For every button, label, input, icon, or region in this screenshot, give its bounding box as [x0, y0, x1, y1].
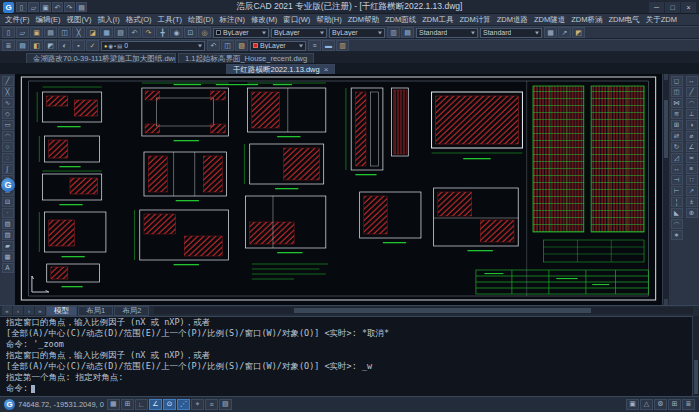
pan-button[interactable]: ╋ — [156, 27, 169, 38]
drawing-canvas[interactable] — [15, 74, 662, 305]
arc-tool[interactable]: ◠ — [2, 131, 14, 141]
menu-zdm-road[interactable]: ZDM道路 — [494, 15, 531, 25]
tab-model[interactable]: 模型 — [46, 306, 77, 316]
tolerance-tool[interactable]: ± — [686, 197, 698, 207]
polyline-tool[interactable]: ∿ — [2, 98, 14, 108]
qat-save-button[interactable]: ▣ — [40, 2, 51, 12]
active-document-tab[interactable]: 干红路横断2022.1.13.dwg × — [226, 64, 335, 74]
mirror-tool[interactable]: ⋈ — [671, 98, 683, 108]
menu-zdm-tunnel[interactable]: ZDM隧道 — [531, 15, 568, 25]
construction-line-tool[interactable]: ╳ — [2, 87, 14, 97]
scrollbar-thumb[interactable] — [664, 100, 668, 158]
make-block-tool[interactable]: ⊟ — [2, 197, 14, 207]
menu-format[interactable]: 格式(O) — [123, 15, 155, 25]
layer-match-button[interactable]: ▨ — [235, 40, 248, 51]
menu-file[interactable]: 文件(F) — [2, 15, 33, 25]
command-window[interactable]: 指定窗口的角点，输入比例因子 (nX 或 nXP)，或者[全部(A)/中心(C)… — [0, 316, 699, 396]
arc-length-dimension-tool[interactable]: ◠ — [686, 98, 698, 108]
layer-off-button[interactable]: ◐ — [58, 40, 71, 51]
close-button[interactable]: × — [681, 2, 696, 13]
move-tool[interactable]: ⇄ — [671, 131, 683, 141]
lineweight-toggle[interactable]: ≡ — [205, 399, 218, 410]
fillet-tool[interactable]: ◠ — [671, 219, 683, 229]
save-file-button[interactable]: ▣ — [30, 27, 43, 38]
tab-nav-prev[interactable]: ‹ — [13, 306, 23, 315]
layer-lock-button[interactable]: ▪ — [72, 40, 85, 51]
linetype-combo[interactable]: ByLayer — [271, 28, 327, 38]
new-file-button[interactable]: ▯ — [2, 27, 15, 38]
revision-cloud-tool[interactable]: ◌ — [2, 153, 14, 163]
command-scrollbar[interactable] — [692, 316, 699, 396]
dyn-toggle[interactable]: ⌖ — [191, 399, 204, 410]
diameter-dimension-tool[interactable]: ⌀ — [686, 131, 698, 141]
workspace-switch-button[interactable]: ⚙ — [654, 399, 667, 410]
menu-zdm-electric[interactable]: ZDM电气 — [605, 15, 642, 25]
polygon-tool[interactable]: ◇ — [2, 109, 14, 119]
erase-tool[interactable]: ◻ — [671, 76, 683, 86]
menu-zdm-tools[interactable]: ZDM工具 — [419, 15, 456, 25]
quick-dimension-tool[interactable]: ≍ — [686, 153, 698, 163]
point-tool[interactable]: · — [2, 208, 14, 218]
menu-tools[interactable]: 工具(T) — [155, 15, 186, 25]
dim-style-combo[interactable]: Standard — [480, 28, 542, 38]
table-tool[interactable]: ▦ — [2, 252, 14, 262]
redo-button[interactable]: ↷ — [142, 27, 155, 38]
break-tool[interactable]: ¦ — [671, 197, 683, 207]
layer-combo[interactable]: ●◉▪▤ 0 — [101, 41, 205, 51]
zoom-previous-button[interactable]: ◎ — [198, 27, 211, 38]
menu-draw[interactable]: 绘图(D) — [185, 15, 216, 25]
menu-zdm-help[interactable]: ZDM帮助 — [345, 15, 382, 25]
table-style-button[interactable]: ▦ — [544, 27, 557, 38]
app-logo-icon[interactable]: G — [3, 2, 14, 13]
menu-insert[interactable]: 插入(I) — [95, 15, 123, 25]
text-style-combo[interactable]: Standard — [416, 28, 478, 38]
hatch-tool[interactable]: ▨ — [2, 219, 14, 229]
maximize-button[interactable]: □ — [665, 2, 680, 13]
previous-layer-button[interactable]: ↶ — [207, 40, 220, 51]
plot-preview-button[interactable]: ◫ — [58, 27, 71, 38]
command-prompt[interactable]: 命令: — [6, 383, 687, 394]
multileader-style-button[interactable]: ↗ — [558, 27, 571, 38]
aligned-dimension-tool[interactable]: ╱ — [686, 87, 698, 97]
fullscreen-button[interactable]: ⊞ — [668, 399, 681, 410]
gstarcad-badge[interactable]: G — [1, 178, 15, 192]
canvas-vertical-scrollbar[interactable] — [662, 74, 669, 305]
menu-dimension[interactable]: 标注(N) — [217, 15, 248, 25]
layer-states-button[interactable]: ▤ — [16, 40, 29, 51]
qat-open-button[interactable]: ▱ — [28, 2, 39, 12]
scale-tool[interactable]: ◿ — [671, 153, 683, 163]
radius-dimension-tool[interactable]: ◑ — [686, 120, 698, 130]
menu-edit[interactable]: 编辑(E) — [33, 15, 64, 25]
plot-button[interactable]: ▤ — [44, 27, 57, 38]
command-scrollbar-thumb[interactable] — [694, 360, 698, 394]
trim-tool[interactable]: ⊣ — [671, 175, 683, 185]
circle-tool[interactable]: ○ — [2, 142, 14, 152]
lineweight-settings-button[interactable]: ▬ — [322, 40, 335, 51]
lineweight-combo[interactable]: ByLayer — [329, 28, 385, 38]
zoom-realtime-button[interactable]: ◉ — [170, 27, 183, 38]
transparency-toggle[interactable]: ▨ — [219, 399, 232, 410]
qat-redo-button[interactable]: ↷ — [64, 2, 75, 12]
color-combo[interactable]: ByLayer — [213, 28, 269, 38]
doc-tab-1[interactable]: 金湖路改70.0-39-111桥梁施工加大图纸.dwg — [26, 53, 176, 63]
snap-toggle[interactable]: ▦ — [107, 399, 120, 410]
osnap-toggle[interactable]: ⊙ — [163, 399, 176, 410]
tab-layout2[interactable]: 布局2 — [114, 306, 149, 316]
rectangle-tool[interactable]: ▭ — [2, 120, 14, 130]
explode-tool[interactable]: ∗ — [671, 230, 683, 240]
angular-dimension-tool[interactable]: ∠ — [686, 142, 698, 152]
spline-tool[interactable]: ∫ — [2, 164, 14, 174]
tab-nav-last[interactable]: » — [35, 306, 45, 315]
menu-window[interactable]: 窗口(W) — [280, 15, 313, 25]
minimize-button[interactable]: ─ — [649, 2, 664, 13]
polar-toggle[interactable]: ∠ — [149, 399, 162, 410]
plot-style-button[interactable]: ▥ — [336, 40, 349, 51]
zoom-window-button[interactable]: ⊡ — [184, 27, 197, 38]
array-tool[interactable]: ⊞ — [671, 120, 683, 130]
qat-undo-button[interactable]: ↶ — [52, 2, 63, 12]
status-menu-button[interactable]: ≣ — [682, 399, 695, 410]
tab-nav-next[interactable]: › — [24, 306, 34, 315]
offset-tool[interactable]: ≋ — [671, 109, 683, 119]
region-tool[interactable]: ▰ — [2, 241, 14, 251]
continue-dimension-tool[interactable]: ∷ — [686, 175, 698, 185]
